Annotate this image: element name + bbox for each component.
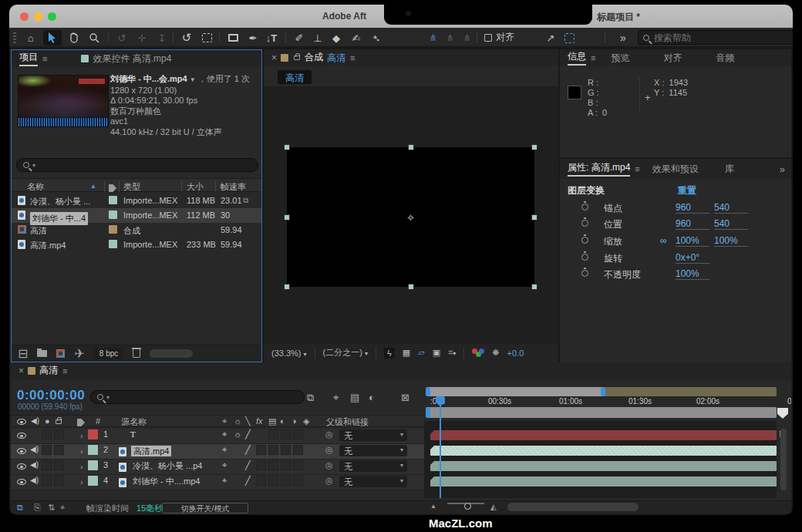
exposure-value[interactable]: +0.0 [507, 348, 524, 358]
pickwhip-icon[interactable]: ◎ [325, 476, 333, 486]
tab-project[interactable]: 项目 [19, 51, 38, 66]
dropdown-arrow-icon[interactable]: ▼ [190, 76, 196, 83]
zoom-slider-knob[interactable] [464, 503, 471, 510]
exposure-reset-icon[interactable]: ❋ [492, 348, 499, 358]
timeline-search-box[interactable]: ▾ [90, 390, 305, 404]
zoom-in-icon[interactable]: ◭ [490, 503, 497, 511]
type-tool[interactable]: ↓T [264, 30, 279, 45]
switch-box[interactable] [268, 476, 278, 486]
handle-top-left[interactable] [284, 144, 290, 150]
interpret-footage-icon[interactable]: ⊟ [18, 346, 28, 361]
eraser-tool[interactable]: ◆ [329, 30, 344, 45]
magnification-dropdown[interactable]: (33.3%) ▾ [271, 348, 307, 358]
navigator-end-handle[interactable] [601, 387, 605, 396]
help-search-box[interactable] [638, 30, 793, 45]
tab-properties[interactable]: 属性: 高清.mp4 [568, 161, 630, 177]
zoom-out-icon[interactable]: ▲ [430, 503, 436, 510]
parent-link-column[interactable]: 父级和链接 [326, 416, 369, 428]
shy-icon[interactable]: ⌖ [222, 445, 227, 455]
layer-name[interactable]: 冷漠、杨小曼 ...p4 [133, 460, 202, 472]
time-ruler[interactable]: :00s 00:30s 01:00s 01:30s 02:00s 02: [426, 384, 791, 409]
panel-menu-icon[interactable]: ≡ [635, 164, 639, 173]
collapse-switch-icon[interactable]: ☼ [234, 416, 241, 426]
column-name[interactable]: 名称 [27, 181, 44, 193]
quality-icon[interactable]: ╱ [245, 460, 251, 470]
quality-switch-icon[interactable]: ╲ [245, 416, 251, 426]
layer-row[interactable]: ◀) › 3 冷漠、杨小曼 ...p4 ⌖ ╱ ◎ 无▾ [11, 460, 424, 475]
help-search-input[interactable] [654, 32, 770, 43]
footage-name[interactable]: 刘德华 - 中...会.mp4 [110, 74, 187, 83]
audio-column-icon[interactable]: ◀) [31, 416, 39, 425]
layer-row[interactable]: › 1 T ⌖ ☼ ╱ ◎ 无▾ [11, 429, 424, 444]
project-row[interactable]: 冷漠、杨小曼 ... Importe...MEX 118 MB 23.01 ⧉ [12, 194, 261, 208]
layer-name[interactable]: 刘德华 - 中....mp4 [133, 476, 200, 487]
zoom-tool[interactable] [86, 30, 102, 45]
layer-row[interactable]: ◀) › 4 刘德华 - 中....mp4 ⌖ ╱ ◎ 无▾ [11, 475, 424, 490]
stamp-tool[interactable]: ⊥ [310, 30, 325, 45]
vertical-scrollbar[interactable] [780, 429, 787, 490]
tab-align[interactable]: 对齐 [663, 52, 682, 65]
layer-color-chip[interactable] [88, 460, 98, 470]
property-value-x[interactable]: 960 [676, 202, 709, 214]
label-color-chip[interactable] [109, 225, 117, 234]
panel-overflow-button[interactable]: » [780, 163, 785, 175]
active-comp-name[interactable]: 高清 [327, 52, 345, 65]
frame-blend-switch-icon[interactable]: ▤ [268, 416, 276, 426]
frame-blend-icon[interactable]: ▤ [350, 392, 359, 403]
switch-box[interactable] [42, 476, 52, 486]
project-search-box[interactable]: ▾ [16, 158, 258, 172]
layer-bar-selected[interactable] [430, 446, 777, 456]
switch-box[interactable] [256, 460, 266, 470]
project-row[interactable]: 高清 合成 59.94 [12, 223, 261, 237]
tab-library[interactable]: 库 [725, 163, 734, 176]
label-color-chip[interactable] [109, 240, 117, 248]
handle-bottom-center[interactable] [408, 284, 414, 290]
switch-box[interactable] [256, 476, 266, 486]
horizontal-scrollbar[interactable] [507, 503, 639, 511]
tab-info[interactable]: 信息 [568, 50, 586, 66]
stopwatch-icon[interactable] [581, 220, 588, 227]
reset-link[interactable]: 重置 [678, 184, 696, 197]
speaker-icon[interactable]: ◀) [30, 460, 39, 469]
project-table-header[interactable]: 名称 ▲ 类型 大小 帧速率 [12, 178, 261, 192]
property-label[interactable]: 位置 [604, 218, 622, 231]
motion-blur-switch-icon[interactable]: ◐ [280, 416, 285, 426]
property-value-x[interactable]: 0x+0° [676, 252, 709, 264]
view-axis-mode-icon[interactable]: ⋔ [460, 30, 475, 45]
sort-ascending-icon[interactable]: ▲ [90, 183, 96, 190]
frame-blend-toggle-icon[interactable]: ⎘ [34, 503, 41, 513]
tab-preview[interactable]: 预览 [611, 52, 629, 65]
shy-switch-icon[interactable]: ⌖ [222, 416, 227, 426]
quality-icon[interactable]: ╱ [245, 476, 251, 486]
pen-tool[interactable]: ✒ [245, 30, 261, 45]
toolbar-grip[interactable] [13, 32, 16, 44]
shy-layers-icon[interactable]: ⌖ [333, 392, 339, 404]
selection-brackets-icon[interactable] [561, 30, 577, 45]
lock-icon[interactable] [294, 56, 300, 60]
shy-icon[interactable]: ⌖ [222, 460, 227, 470]
titlebar[interactable]: Adobe Aft 标题项目 * [9, 5, 793, 28]
playhead-line[interactable] [440, 397, 441, 498]
camera-region-tool[interactable] [199, 30, 214, 45]
anchor-point-icon[interactable]: ✧ [406, 211, 415, 223]
home-icon[interactable]: ⌂ [23, 30, 39, 45]
region-of-interest-icon[interactable]: ▣ [433, 348, 440, 358]
rotate-tool[interactable]: ↺ [179, 30, 194, 45]
motion-blur-icon[interactable]: ◐ [369, 392, 375, 403]
shy-icon[interactable]: ⌖ [222, 476, 227, 486]
quality-icon[interactable]: ╱ [245, 445, 251, 455]
hand-tool[interactable] [66, 30, 82, 45]
pickwhip-icon[interactable]: ◎ [325, 460, 333, 470]
tab-effects-presets[interactable]: 效果和预设 [652, 163, 699, 176]
property-value-y[interactable]: 100% [714, 235, 748, 247]
parent-dropdown[interactable]: 无▾ [339, 476, 407, 487]
switch-box[interactable] [281, 476, 291, 486]
parent-dropdown[interactable]: 无▾ [339, 445, 407, 456]
pan-camera-tool[interactable]: ✛ [134, 30, 150, 45]
switch-box[interactable] [281, 445, 291, 455]
channel-icon[interactable] [472, 348, 484, 358]
toolbar-overflow-button[interactable]: » [615, 30, 631, 45]
rectangle-tool[interactable] [225, 30, 241, 45]
navigator-start-handle[interactable] [426, 387, 430, 396]
stopwatch-icon[interactable] [581, 204, 588, 210]
